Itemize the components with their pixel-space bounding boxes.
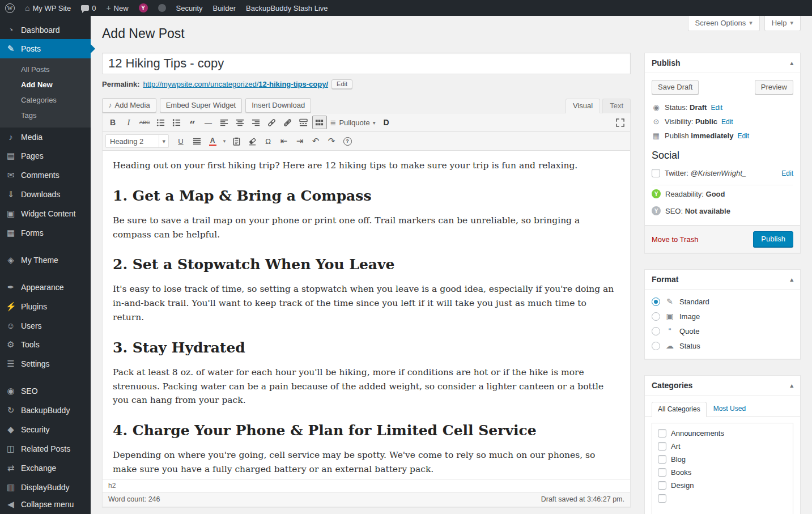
posts-submenu-item[interactable]: Tags: [0, 108, 91, 123]
site-name-menu[interactable]: ⌂ My WP Site: [20, 0, 76, 16]
text-color-button[interactable]: A: [205, 134, 220, 148]
plugin-circle-menu[interactable]: [153, 0, 171, 16]
sidebar-item[interactable]: ⚡ Plugins: [0, 297, 91, 316]
sidebar-item-posts[interactable]: ✎ Posts: [0, 39, 91, 58]
permalink-edit-button[interactable]: Edit: [331, 79, 352, 89]
collapse-toggle-icon[interactable]: ▴: [790, 382, 793, 389]
category-item[interactable]: Announcements: [658, 427, 793, 440]
collapse-toggle-icon[interactable]: ▴: [790, 60, 793, 67]
pullquote-dropdown[interactable]: ≣ Pullquote ▾: [328, 116, 378, 129]
new-content-menu[interactable]: + New: [101, 0, 133, 16]
embed-super-widget-button[interactable]: Embed Super Widget: [160, 98, 243, 113]
format-radio[interactable]: [652, 327, 660, 335]
align-right-button[interactable]: [249, 116, 263, 129]
posts-submenu-item[interactable]: Add New: [0, 77, 91, 92]
sidebar-item[interactable]: ↻ BackupBuddy: [0, 401, 91, 420]
category-item[interactable]: Books: [658, 466, 793, 479]
download-shortcode-button[interactable]: D: [379, 116, 394, 129]
category-item[interactable]: Design: [658, 479, 793, 492]
screen-options-button[interactable]: Screen Options ▾: [688, 16, 760, 31]
adminbar-builder[interactable]: Builder: [208, 0, 241, 16]
category-checkbox[interactable]: [658, 442, 666, 451]
paragraph-format-select[interactable]: Heading 2 ▾: [105, 134, 169, 148]
indent-button[interactable]: ⇥: [292, 134, 307, 148]
adminbar-backupbuddy-stash-live[interactable]: BackupBuddy Stash Live: [241, 0, 333, 16]
clear-formatting-button[interactable]: [245, 134, 260, 148]
help-button[interactable]: Help ▾: [764, 16, 801, 31]
categories-metabox-header[interactable]: Categories ▴: [645, 376, 800, 396]
category-item[interactable]: Art: [658, 440, 793, 453]
special-character-button[interactable]: Ω: [261, 134, 275, 148]
sidebar-item[interactable]: ▦ Forms: [0, 223, 91, 243]
collapse-menu-button[interactable]: ◀ Collapse menu: [0, 495, 91, 514]
sidebar-item[interactable]: ⇓ Downloads: [0, 185, 91, 204]
sidebar-item[interactable]: ☺ Users: [0, 316, 91, 335]
sidebar-item[interactable]: ▥ DisplayBuddy: [0, 478, 91, 497]
align-left-button[interactable]: [217, 116, 232, 129]
edit-status-link[interactable]: Edit: [711, 104, 722, 112]
yoast-menu[interactable]: Y: [134, 0, 153, 16]
category-checkbox[interactable]: [658, 429, 666, 437]
bulleted-list-button[interactable]: [154, 116, 168, 129]
tab-all-categories[interactable]: All Categories: [652, 402, 707, 417]
underline-button[interactable]: U: [173, 134, 188, 148]
toolbar-toggle-button[interactable]: [312, 116, 327, 129]
add-media-button[interactable]: ♪ Add Media: [102, 98, 156, 113]
sidebar-item-dashboard[interactable]: ◔ Dashboard: [0, 20, 91, 39]
publish-button[interactable]: Publish: [753, 231, 793, 247]
editor-content-area[interactable]: Heading out on your first hiking trip? H…: [103, 151, 630, 479]
sidebar-item[interactable]: ⚙ Tools: [0, 335, 91, 354]
sidebar-item[interactable]: ☰ Settings: [0, 354, 91, 373]
distraction-free-button[interactable]: [613, 116, 627, 129]
save-draft-button[interactable]: Save Draft: [652, 80, 699, 95]
sidebar-item[interactable]: ◉ SEO: [0, 381, 91, 401]
bold-button[interactable]: B: [105, 116, 120, 129]
tab-most-used[interactable]: Most Used: [713, 405, 746, 417]
sidebar-item[interactable]: ▣ Widget Content: [0, 204, 91, 223]
insert-download-button[interactable]: Insert Download: [245, 98, 311, 113]
sidebar-item[interactable]: ✒ Appearance: [0, 278, 91, 297]
adminbar-security[interactable]: Security: [171, 0, 208, 16]
category-checkbox[interactable]: [658, 494, 666, 503]
text-color-caret[interactable]: ▾: [221, 134, 228, 148]
remove-link-button[interactable]: [280, 116, 295, 129]
tab-text[interactable]: Text: [602, 99, 631, 113]
strikethrough-button[interactable]: ABC: [137, 116, 152, 129]
format-option[interactable]: ▣ Image: [652, 309, 793, 324]
help-button-editor[interactable]: ?: [340, 134, 355, 148]
horizontal-rule-button[interactable]: —: [201, 116, 216, 129]
sidebar-item[interactable]: ⇄ Exchange: [0, 458, 91, 478]
sidebar-item[interactable]: ◈ My Theme: [0, 250, 91, 270]
insert-more-tag-button[interactable]: [296, 116, 311, 129]
format-radio[interactable]: [652, 312, 660, 321]
paste-as-text-button[interactable]: [229, 134, 244, 148]
category-checkbox[interactable]: [658, 455, 666, 464]
post-title-input[interactable]: [102, 53, 631, 74]
format-radio[interactable]: [652, 342, 660, 350]
edit-schedule-link[interactable]: Edit: [737, 132, 749, 140]
outdent-button[interactable]: ⇤: [277, 134, 291, 148]
element-path[interactable]: h2: [108, 482, 116, 490]
justify-button[interactable]: [189, 134, 204, 148]
format-radio[interactable]: [652, 298, 660, 306]
sidebar-item[interactable]: ◫ Related Posts: [0, 439, 91, 458]
posts-submenu-item[interactable]: Categories: [0, 92, 91, 108]
sidebar-item[interactable]: ✉ Comments: [0, 165, 91, 185]
publish-metabox-header[interactable]: Publish ▴: [645, 53, 800, 73]
category-checkbox[interactable]: [658, 468, 666, 477]
tab-visual[interactable]: Visual: [566, 99, 600, 113]
preview-button[interactable]: Preview: [755, 80, 793, 95]
undo-button[interactable]: ↶: [308, 134, 323, 148]
edit-visibility-link[interactable]: Edit: [721, 118, 733, 126]
redo-button[interactable]: ↷: [324, 134, 339, 148]
sidebar-item[interactable]: ▤ Pages: [0, 146, 91, 165]
sidebar-item[interactable]: ◆ Security: [0, 420, 91, 439]
sidebar-item[interactable]: ♪ Media: [0, 128, 91, 146]
format-option[interactable]: ☁ Status: [652, 338, 793, 353]
insert-link-button[interactable]: [265, 116, 279, 129]
category-item[interactable]: Blog: [658, 453, 793, 466]
italic-button[interactable]: I: [121, 116, 136, 129]
format-metabox-header[interactable]: Format ▴: [645, 270, 800, 290]
align-center-button[interactable]: [233, 116, 248, 129]
edit-twitter-link[interactable]: Edit: [781, 169, 793, 177]
